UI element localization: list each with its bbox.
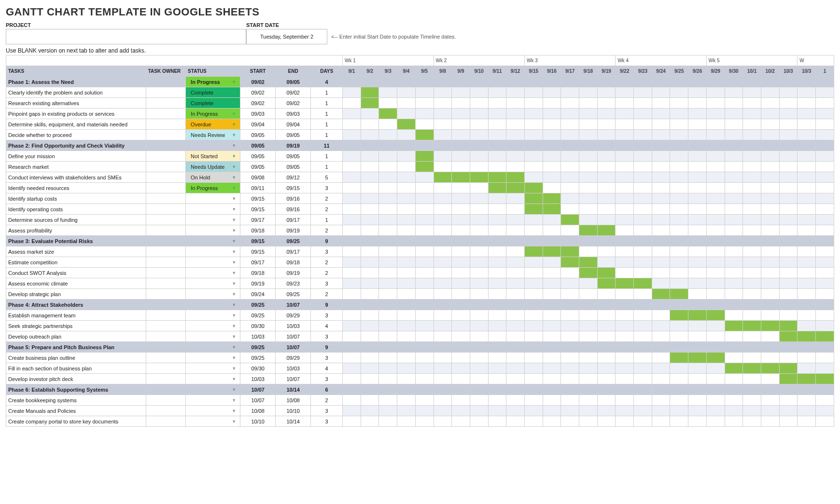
timeline-cell[interactable] [761,416,779,427]
timeline-cell[interactable] [706,416,725,427]
cell-days[interactable]: 3 [311,331,343,342]
timeline-cell[interactable] [452,416,470,427]
timeline-cell[interactable] [743,140,761,151]
task-name[interactable]: Phase 1: Assess the Need [6,77,146,87]
timeline-cell[interactable] [725,140,743,151]
timeline-cell[interactable] [670,225,688,236]
timeline-cell[interactable] [543,151,561,162]
timeline-cell[interactable] [761,193,779,204]
timeline-cell[interactable] [688,215,707,225]
timeline-cell[interactable] [506,77,525,87]
timeline-cell[interactable] [415,119,434,130]
chevron-down-icon[interactable]: ▼ [232,228,237,233]
timeline-cell[interactable] [452,342,470,353]
cell-start[interactable]: 09/05 [240,151,276,162]
timeline-cell[interactable] [743,342,761,353]
timeline-cell[interactable] [543,384,561,395]
timeline-cell[interactable] [415,406,434,416]
timeline-cell[interactable] [815,300,834,310]
timeline-cell[interactable] [343,98,361,109]
timeline-cell[interactable] [434,353,452,363]
task-owner[interactable] [146,321,185,331]
cell-start[interactable]: 09/15 [240,246,276,257]
timeline-cell[interactable] [506,109,525,119]
timeline-cell[interactable] [761,342,779,353]
timeline-cell[interactable] [488,406,506,416]
task-owner[interactable] [146,300,185,310]
timeline-cell[interactable] [415,246,434,257]
task-name[interactable]: Determine sources of funding [6,215,146,225]
cell-days[interactable]: 2 [311,289,343,300]
cell-days[interactable]: 3 [311,353,343,363]
timeline-cell[interactable] [561,257,579,268]
status-cell[interactable]: ▼ [186,416,240,427]
timeline-cell[interactable] [616,321,634,331]
timeline-cell[interactable] [579,278,597,289]
timeline-cell[interactable] [706,363,725,374]
timeline-cell[interactable] [670,416,688,427]
task-name[interactable]: Determine skills, equipment, and materia… [6,119,146,130]
timeline-cell[interactable] [488,257,506,268]
timeline-cell[interactable] [597,119,616,130]
timeline-cell[interactable] [798,77,816,87]
timeline-cell[interactable] [524,278,543,289]
timeline-cell[interactable] [543,374,561,384]
timeline-cell[interactable] [743,162,761,172]
timeline-cell[interactable] [452,183,470,193]
cell-days[interactable]: 4 [311,363,343,374]
timeline-cell[interactable] [488,310,506,321]
timeline-cell[interactable] [743,257,761,268]
timeline-cell[interactable] [634,416,652,427]
timeline-cell[interactable] [397,119,416,130]
task-name[interactable]: Phase 5: Prepare and Pitch Business Plan [6,342,146,353]
cell-days[interactable]: 1 [311,98,343,109]
timeline-cell[interactable] [488,109,506,119]
timeline-cell[interactable] [597,416,616,427]
timeline-cell[interactable] [579,257,597,268]
timeline-cell[interactable] [415,416,434,427]
project-input[interactable] [6,29,246,44]
cell-start[interactable]: 09/25 [240,310,276,321]
timeline-cell[interactable] [361,77,379,87]
timeline-cell[interactable] [597,246,616,257]
timeline-cell[interactable] [815,119,834,130]
timeline-cell[interactable] [470,268,488,278]
timeline-cell[interactable] [452,406,470,416]
chevron-down-icon[interactable]: ▼ [232,101,237,106]
timeline-cell[interactable] [652,406,670,416]
timeline-cell[interactable] [524,172,543,183]
timeline-cell[interactable] [361,140,379,151]
timeline-cell[interactable] [524,363,543,374]
chevron-down-icon[interactable]: ▼ [232,175,237,180]
timeline-cell[interactable] [434,130,452,140]
timeline-cell[interactable] [815,246,834,257]
timeline-cell[interactable] [597,109,616,119]
timeline-cell[interactable] [379,406,397,416]
cell-days[interactable]: 2 [311,257,343,268]
timeline-cell[interactable] [761,384,779,395]
timeline-cell[interactable] [815,342,834,353]
timeline-cell[interactable] [561,363,579,374]
timeline-cell[interactable] [652,98,670,109]
timeline-cell[interactable] [798,300,816,310]
timeline-cell[interactable] [779,119,798,130]
timeline-cell[interactable] [798,140,816,151]
timeline-cell[interactable] [434,342,452,353]
cell-days[interactable]: 2 [311,395,343,406]
timeline-cell[interactable] [670,321,688,331]
timeline-cell[interactable] [543,98,561,109]
timeline-cell[interactable] [670,374,688,384]
cell-start[interactable]: 09/08 [240,172,276,183]
cell-end[interactable]: 09/03 [276,109,311,119]
status-cell[interactable]: ▼ [186,289,240,300]
timeline-cell[interactable] [579,353,597,363]
timeline-cell[interactable] [634,342,652,353]
timeline-cell[interactable] [524,183,543,193]
timeline-cell[interactable] [452,87,470,98]
timeline-cell[interactable] [470,183,488,193]
timeline-cell[interactable] [397,395,416,406]
timeline-cell[interactable] [652,395,670,406]
status-cell[interactable]: Complete▼ [186,87,240,98]
timeline-cell[interactable] [652,162,670,172]
timeline-cell[interactable] [743,363,761,374]
